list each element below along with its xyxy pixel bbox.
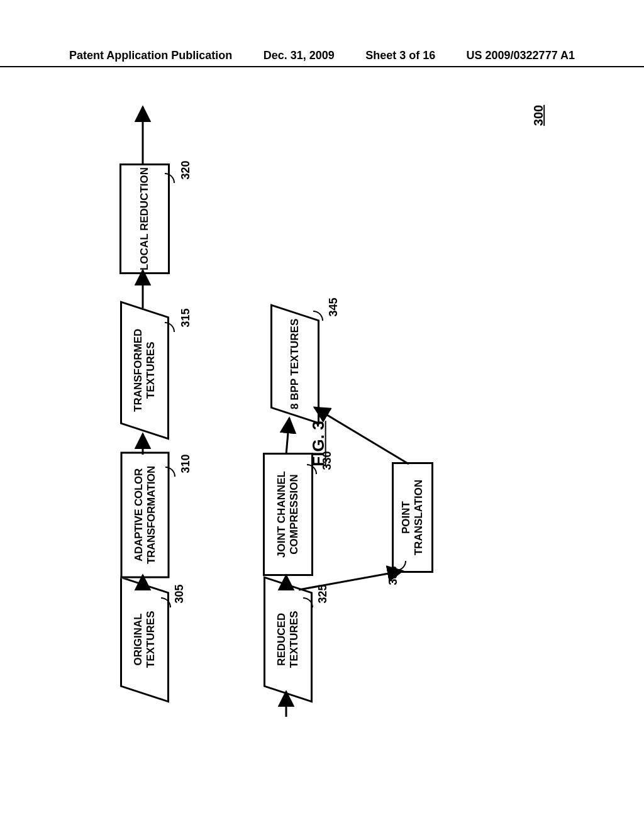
- header-date: Dec. 31, 2009: [264, 49, 335, 62]
- header-sheet: Sheet 3 of 16: [365, 49, 435, 62]
- flow-arrows: [107, 82, 560, 729]
- header-pub-type: Patent Application Publication: [69, 49, 232, 62]
- header-pub-no: US 2009/0322777 A1: [467, 49, 575, 62]
- page: Patent Application Publication Dec. 31, …: [0, 0, 644, 830]
- svg-line-6: [299, 571, 402, 590]
- figure-area: 300 ORIGINAL TEXTURES 305 ADAPTIVE COLOR…: [107, 82, 560, 729]
- svg-line-7: [286, 418, 289, 455]
- svg-line-8: [314, 407, 409, 464]
- page-header: Patent Application Publication Dec. 31, …: [0, 49, 644, 67]
